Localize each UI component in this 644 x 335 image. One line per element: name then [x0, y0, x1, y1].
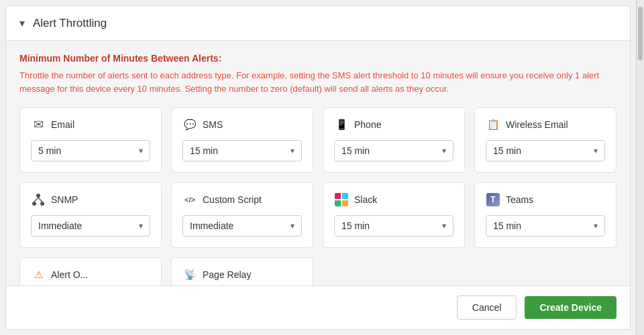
snmp-dropdown[interactable]: Immediate ▾ [31, 215, 150, 237]
custom-script-dropdown-chevron: ▾ [290, 221, 294, 230]
page-relay-icon: 📡 [182, 267, 197, 282]
svg-point-0 [36, 194, 40, 198]
email-dropdown-chevron: ▾ [139, 146, 143, 155]
slack-value: 15 min [341, 220, 370, 231]
scrollbar[interactable] [636, 0, 644, 335]
card-teams-header: T Teams [486, 192, 605, 207]
alert-o-icon: ⚠ [31, 267, 46, 282]
card-alert-o: ⚠ Alert O... [19, 257, 162, 285]
cards-row-3-partial: ⚠ Alert O... 📡 Page Relay [19, 257, 616, 285]
snmp-value: Immediate [38, 220, 82, 231]
card-slack: Slack 15 min ▾ [323, 182, 465, 248]
card-phone-label: Phone [354, 119, 381, 130]
card-wireless-email-label: Wireless Email [506, 119, 568, 130]
teams-dropdown[interactable]: 15 min ▾ [486, 215, 605, 237]
cards-row-1: ✉ Email 5 min ▾ 💬 SMS 15 min ▾ [19, 107, 616, 173]
email-value: 5 min [38, 145, 61, 156]
card-teams-label: Teams [506, 194, 533, 205]
sms-icon: 💬 [182, 117, 197, 132]
card-custom-script-header: </> Custom Script [182, 192, 302, 207]
cancel-button[interactable]: Cancel [457, 295, 517, 320]
phone-dropdown-chevron: ▾ [442, 146, 446, 155]
slack-icon [334, 192, 349, 207]
footer: Cancel Create Device [6, 285, 630, 329]
wireless-email-icon: 📋 [486, 117, 500, 132]
slack-dropdown[interactable]: 15 min ▾ [334, 215, 453, 237]
card-snmp-header: SNMP [31, 192, 150, 207]
card-wireless-email-header: 📋 Wireless Email [486, 117, 605, 132]
header: ▾ Alert Throttling [6, 6, 630, 41]
custom-script-icon: </> [182, 192, 197, 207]
svg-line-4 [38, 198, 42, 202]
card-sms-label: SMS [203, 119, 223, 130]
phone-dropdown[interactable]: 15 min ▾ [334, 140, 453, 161]
card-wireless-email: 📋 Wireless Email 15 min ▾ [474, 107, 616, 173]
card-slack-header: Slack [334, 192, 453, 207]
card-page-relay-header: 📡 Page Relay [182, 267, 302, 282]
teams-icon: T [486, 192, 500, 207]
section-description: Throttle the number of alerts sent to ea… [19, 69, 616, 95]
card-page-relay-label: Page Relay [203, 269, 251, 280]
content-area: Minimum Number of Minutes Between Alerts… [6, 41, 630, 285]
card-alert-o-label: Alert O... [51, 269, 88, 280]
scrollbar-track[interactable] [637, 0, 644, 335]
teams-dropdown-chevron: ▾ [594, 221, 598, 230]
snmp-dropdown-chevron: ▾ [139, 221, 143, 230]
card-page-relay: 📡 Page Relay [171, 257, 313, 285]
card-teams: T Teams 15 min ▾ [474, 182, 616, 248]
card-sms: 💬 SMS 15 min ▾ [171, 107, 313, 173]
phone-value: 15 min [341, 145, 370, 156]
slack-dropdown-chevron: ▾ [442, 221, 446, 230]
collapse-chevron[interactable]: ▾ [19, 17, 25, 29]
main-container: ▾ Alert Throttling Minimum Number of Min… [5, 5, 631, 330]
email-dropdown[interactable]: 5 min ▾ [31, 140, 150, 161]
card-custom-script: </> Custom Script Immediate ▾ [171, 182, 313, 248]
card-snmp-label: SNMP [51, 194, 78, 205]
card-sms-header: 💬 SMS [182, 117, 302, 132]
teams-value: 15 min [493, 220, 521, 231]
phone-icon: 📱 [334, 117, 349, 132]
scrollbar-thumb[interactable] [638, 7, 643, 60]
wireless-email-dropdown[interactable]: 15 min ▾ [486, 140, 605, 161]
card-slack-label: Slack [354, 194, 377, 205]
card-email-label: Email [51, 119, 74, 130]
sms-dropdown[interactable]: 15 min ▾ [182, 140, 302, 161]
card-phone: 📱 Phone 15 min ▾ [323, 107, 465, 173]
svg-point-1 [32, 202, 36, 206]
wireless-email-value: 15 min [493, 145, 521, 156]
wireless-email-dropdown-chevron: ▾ [594, 146, 598, 155]
sms-dropdown-chevron: ▾ [290, 146, 294, 155]
snmp-icon [31, 192, 46, 207]
card-email: ✉ Email 5 min ▾ [19, 107, 162, 173]
svg-line-3 [34, 198, 38, 202]
create-device-button[interactable]: Create Device [525, 296, 616, 319]
email-icon: ✉ [31, 117, 46, 132]
svg-point-2 [40, 202, 44, 206]
sms-value: 15 min [190, 145, 218, 156]
card-phone-header: 📱 Phone [334, 117, 453, 132]
page-title: Alert Throttling [33, 17, 107, 30]
section-label: Minimum Number of Minutes Between Alerts… [19, 53, 616, 64]
custom-script-dropdown[interactable]: Immediate ▾ [182, 215, 302, 237]
custom-script-value: Immediate [190, 220, 233, 231]
card-alert-o-header: ⚠ Alert O... [31, 267, 150, 282]
card-snmp: SNMP Immediate ▾ [19, 182, 162, 248]
card-custom-script-label: Custom Script [203, 194, 262, 205]
cards-row-2: SNMP Immediate ▾ </> Custom Script Immed… [19, 182, 616, 248]
card-email-header: ✉ Email [31, 117, 150, 132]
